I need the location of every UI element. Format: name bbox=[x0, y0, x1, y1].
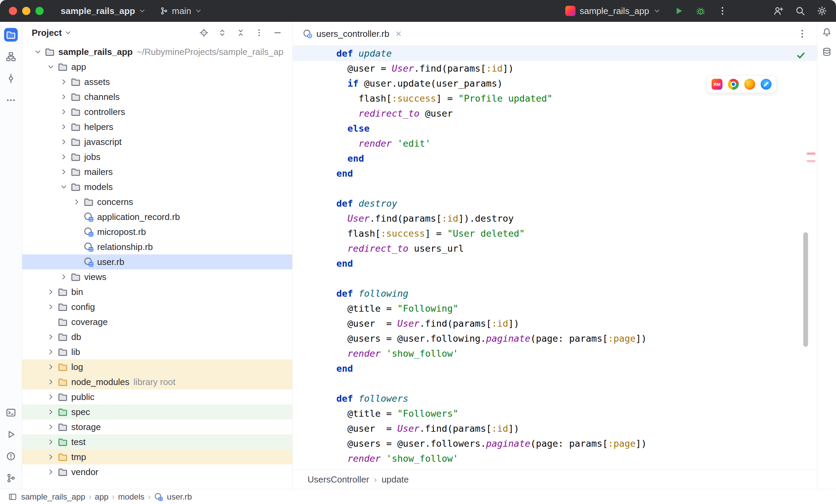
breadcrumb-UsersController[interactable]: UsersController bbox=[308, 474, 369, 485]
tree-item-test[interactable]: test bbox=[22, 434, 292, 449]
breadcrumb-update[interactable]: update bbox=[382, 474, 409, 485]
chevron-right-icon[interactable] bbox=[47, 288, 55, 296]
chevron-right-icon[interactable] bbox=[60, 108, 68, 116]
tree-item-vendor[interactable]: vendor bbox=[22, 464, 292, 479]
code-line[interactable] bbox=[293, 376, 817, 391]
code-line[interactable]: end bbox=[293, 466, 817, 470]
minimize-window-button[interactable] bbox=[22, 7, 30, 15]
chevron-right-icon[interactable] bbox=[60, 123, 68, 131]
error-stripe-mark[interactable] bbox=[807, 152, 816, 155]
database-tool-icon[interactable] bbox=[822, 47, 832, 57]
statusbar-crumb-models[interactable]: models bbox=[118, 492, 144, 502]
run-config-widget[interactable]: sample_rails_app bbox=[565, 6, 661, 16]
tool-stripe-commit-button[interactable] bbox=[4, 72, 18, 85]
error-stripe-mark[interactable] bbox=[807, 160, 816, 162]
code-line[interactable]: render 'show_follow' bbox=[293, 346, 817, 361]
chevron-right-icon[interactable] bbox=[47, 453, 55, 461]
tool-stripe-terminal-button[interactable] bbox=[4, 406, 18, 419]
chevron-right-icon[interactable] bbox=[47, 363, 55, 371]
window-layout-icon[interactable] bbox=[8, 492, 17, 501]
zoom-window-button[interactable] bbox=[35, 7, 44, 15]
tree-item-assets[interactable]: assets bbox=[22, 74, 292, 89]
tool-stripe-project-button[interactable] bbox=[4, 28, 18, 42]
tree-item-controllers[interactable]: controllers bbox=[22, 104, 292, 119]
code-line[interactable]: @title = "Following" bbox=[293, 301, 817, 316]
code-line[interactable]: render 'edit' bbox=[293, 136, 817, 151]
tree-item-log[interactable]: log bbox=[22, 359, 292, 374]
chevron-right-icon[interactable] bbox=[73, 198, 81, 206]
tree-item-models[interactable]: models bbox=[22, 179, 292, 194]
statusbar-crumb-sample_rails_app[interactable]: sample_rails_app bbox=[21, 492, 85, 502]
tree-item-config[interactable]: config bbox=[22, 299, 292, 314]
tree-item-javascript[interactable]: javascript bbox=[22, 134, 292, 149]
code-line[interactable]: def followers bbox=[293, 391, 817, 406]
chevron-right-icon[interactable] bbox=[60, 138, 68, 146]
tree-item-channels[interactable]: channels bbox=[22, 89, 292, 104]
tree-item-public[interactable]: public bbox=[22, 389, 292, 404]
tab-options-button[interactable] bbox=[797, 29, 807, 39]
code-line[interactable]: render 'show_follow' bbox=[293, 451, 817, 466]
chrome-browser-icon[interactable] bbox=[728, 79, 739, 90]
code-editor[interactable]: def update @user = User.find(params[:id]… bbox=[293, 46, 817, 470]
statusbar-crumb-app[interactable]: app bbox=[95, 492, 108, 502]
locate-file-button[interactable] bbox=[199, 28, 208, 37]
search-everywhere-button[interactable] bbox=[795, 6, 805, 16]
code-line[interactable]: @title = "Followers" bbox=[293, 406, 817, 421]
tree-item-user.rb[interactable]: user.rb bbox=[22, 254, 292, 269]
collapse-all-button[interactable] bbox=[236, 28, 245, 37]
tree-item-micropost.rb[interactable]: micropost.rb bbox=[22, 224, 292, 239]
code-line[interactable] bbox=[293, 271, 817, 286]
branch-widget[interactable]: main bbox=[160, 6, 202, 16]
chevron-right-icon[interactable] bbox=[47, 348, 55, 356]
tree-item-application_record.rb[interactable]: application_record.rb bbox=[22, 209, 292, 224]
safari-browser-icon[interactable] bbox=[761, 79, 772, 90]
chevron-right-icon[interactable] bbox=[47, 468, 55, 476]
code-line[interactable] bbox=[293, 181, 817, 196]
chevron-right-icon[interactable] bbox=[47, 303, 55, 311]
tool-stripe-version-control-button[interactable] bbox=[4, 471, 18, 485]
code-line[interactable]: @users = @user.followers.paginate(page: … bbox=[293, 436, 817, 451]
tool-stripe-run-button[interactable] bbox=[4, 428, 18, 441]
close-tab-icon[interactable] bbox=[395, 30, 402, 38]
tree-item-db[interactable]: db bbox=[22, 329, 292, 344]
code-line[interactable]: @users = @user.following.paginate(page: … bbox=[293, 331, 817, 346]
tree-item-sample_rails_app[interactable]: sample_rails_app~/RubymineProjects/sampl… bbox=[22, 44, 292, 59]
options-button[interactable] bbox=[255, 28, 264, 37]
tree-item-bin[interactable]: bin bbox=[22, 284, 292, 299]
code-line[interactable]: @user = User.find(params[:id]) bbox=[293, 61, 817, 76]
tree-item-helpers[interactable]: helpers bbox=[22, 119, 292, 134]
tree-item-jobs[interactable]: jobs bbox=[22, 149, 292, 164]
tree-item-app[interactable]: app bbox=[22, 59, 292, 74]
close-window-button[interactable] bbox=[9, 7, 17, 15]
panel-title[interactable]: Project bbox=[32, 28, 62, 38]
code-line[interactable]: def destroy bbox=[293, 196, 817, 211]
code-line[interactable]: end bbox=[293, 151, 817, 166]
chevron-down-icon[interactable] bbox=[64, 29, 72, 36]
firefox-browser-icon[interactable] bbox=[744, 79, 755, 90]
tree-item-coverage[interactable]: coverage bbox=[22, 314, 292, 329]
statusbar-crumb-user.rb[interactable]: user.rb bbox=[167, 492, 192, 502]
settings-button[interactable] bbox=[817, 6, 827, 16]
tree-item-lib[interactable]: lib bbox=[22, 344, 292, 359]
tree-item-node_modules[interactable]: node_moduleslibrary root bbox=[22, 374, 292, 389]
debug-button[interactable] bbox=[696, 6, 706, 16]
chevron-down-icon[interactable] bbox=[47, 63, 55, 71]
chevron-right-icon[interactable] bbox=[60, 93, 68, 101]
code-line[interactable]: flash[:success] = "User deleted" bbox=[293, 226, 817, 241]
more-actions-button[interactable] bbox=[717, 6, 728, 16]
code-line[interactable]: flash[:success] = "Profile updated" bbox=[293, 91, 817, 106]
tree-item-spec[interactable]: spec bbox=[22, 404, 292, 419]
tree-item-tmp[interactable]: tmp bbox=[22, 449, 292, 464]
chevron-right-icon[interactable] bbox=[60, 273, 68, 281]
chevron-right-icon[interactable] bbox=[47, 408, 55, 416]
chevron-right-icon[interactable] bbox=[60, 153, 68, 161]
chevron-right-icon[interactable] bbox=[47, 423, 55, 431]
chevron-down-icon[interactable] bbox=[60, 183, 68, 191]
tree-item-concerns[interactable]: concerns bbox=[22, 194, 292, 209]
tool-stripe-structure-button[interactable] bbox=[4, 50, 18, 63]
code-line[interactable]: def following bbox=[293, 286, 817, 301]
chevron-right-icon[interactable] bbox=[47, 393, 55, 401]
code-line[interactable]: User.find(params[:id]).destroy bbox=[293, 211, 817, 226]
hide-button[interactable] bbox=[273, 28, 282, 37]
code-line[interactable]: @user = User.find(params[:id]) bbox=[293, 421, 817, 436]
